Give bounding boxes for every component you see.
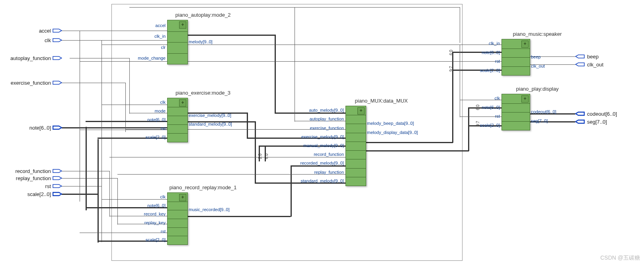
block-title-autoplay: piano_autoplay:mode_2 [151, 12, 255, 18]
port-display-in-3: scale[2..0] [480, 123, 500, 128]
block-title-display: piano_play:display [486, 86, 589, 92]
output-label-beep: beep [587, 54, 599, 60]
port-record-in-5: scale[2..0] [146, 237, 166, 242]
input-pin-rst[interactable] [53, 183, 62, 189]
expand-icon[interactable]: + [357, 107, 365, 115]
expand-icon[interactable]: + [521, 95, 529, 103]
input-label-accel: accel [3, 28, 51, 34]
svg-marker-5 [53, 169, 62, 173]
watermark: CSDN @五碳糖 [600, 254, 640, 262]
port-mux-out-1: melody_display_data[9..0] [367, 130, 418, 135]
port-display-out-0: codeout[6..0] [531, 109, 556, 114]
block-speaker[interactable]: + [502, 39, 530, 76]
block-record[interactable]: + [167, 192, 188, 245]
svg-marker-3 [53, 81, 62, 84]
port-mux-in-7: replay_function [314, 170, 344, 175]
port-speaker-out-1: clk_out [531, 64, 545, 68]
port-speaker-in-3: scale[2..0] [480, 68, 500, 73]
input-label-clk: clk [3, 37, 51, 43]
svg-marker-6 [53, 177, 62, 180]
block-title-record: piano_record_replay:mode_1 [151, 184, 255, 190]
block-mux[interactable]: + [345, 106, 366, 186]
output-label-clk_out: clk_out [587, 62, 603, 68]
port-mux-in-8: standard_melody[9..0] [301, 179, 344, 183]
port-speaker-in-1: note[6..0] [482, 50, 500, 55]
port-autoplay-out-0: melody[9..0] [189, 39, 213, 44]
svg-marker-2 [53, 56, 62, 60]
input-label-exercise_function: exercise_function [3, 80, 51, 86]
port-mux-in-5: record_function [314, 152, 344, 157]
port-autoplay-in-1: clk_in [154, 34, 166, 39]
port-speaker-out-0: beep [531, 54, 541, 59]
input-pin-scale20[interactable] [53, 191, 62, 197]
port-speaker-in-2: rst [495, 59, 500, 64]
expand-icon[interactable]: + [521, 41, 529, 48]
port-mux-in-3: exercise_melody[9..0] [301, 134, 344, 139]
svg-marker-7 [53, 184, 62, 188]
input-pin-exercise_function[interactable] [53, 80, 62, 85]
input-pin-note60[interactable] [53, 125, 62, 130]
input-label-record_function: record_function [3, 168, 51, 174]
input-label-note60: note[6..0] [3, 125, 51, 131]
svg-marker-12 [576, 120, 584, 123]
port-record-in-1: note[6..0] [147, 203, 166, 208]
port-record-in-2: record_key [144, 212, 166, 216]
svg-marker-1 [53, 39, 62, 42]
input-pin-record_function[interactable] [53, 168, 62, 174]
port-autoplay-in-0: accel [155, 23, 166, 28]
port-autoplay-in-3: mode_change [138, 56, 166, 60]
svg-marker-11 [576, 112, 584, 115]
block-autoplay[interactable]: + [167, 20, 188, 64]
port-record-in-3: replay_key [144, 220, 166, 225]
input-label-rst: rst [3, 183, 51, 189]
input-label-replay_function: replay_function [3, 175, 51, 181]
port-mux-in-0: auto_melody[9..0] [309, 108, 344, 113]
output-pin-beep[interactable] [575, 54, 585, 59]
port-mux-in-2: exercise_function [310, 126, 344, 130]
port-exercise-in-1: mode [154, 109, 166, 113]
input-label-scale20: scale[2..0] [3, 191, 51, 197]
input-pin-autoplay_function[interactable] [53, 55, 62, 61]
input-pin-replay_function[interactable] [53, 175, 62, 181]
output-label-codeout60: codeout[6..0] [587, 111, 617, 117]
port-display-out-1: seg[7..0] [531, 118, 548, 123]
bus-label-3: 9:7 [449, 66, 453, 72]
port-mux-in-6: recorded_melody[9..0] [301, 161, 344, 165]
port-speaker-in-0: clk_in [489, 41, 500, 46]
port-display-in-0: clk [495, 96, 500, 101]
svg-marker-4 [53, 126, 62, 129]
expand-icon[interactable]: + [179, 99, 186, 107]
port-exercise-in-3: rst [161, 126, 166, 131]
expand-icon[interactable]: + [179, 21, 186, 29]
port-exercise-out-1: standard_melody[9..0] [189, 122, 232, 126]
svg-marker-10 [576, 63, 584, 66]
output-label-seg70: seg[7..0] [587, 119, 607, 125]
input-pin-accel[interactable] [53, 28, 62, 33]
bus-label-0: 2:0 [258, 153, 262, 159]
block-exercise[interactable]: + [167, 98, 188, 142]
expand-icon[interactable]: + [179, 194, 186, 201]
port-exercise-in-0: clk [160, 100, 166, 105]
bus-label-5: 9:7 [476, 121, 480, 126]
port-exercise-out-0: exercise_melody[9..0] [189, 113, 231, 118]
output-pin-seg70[interactable] [575, 119, 585, 124]
port-mux-in-4: manual_melody[9..0] [303, 143, 344, 148]
block-display[interactable]: + [502, 94, 530, 130]
port-mux-in-1: autoplay_function [310, 116, 344, 121]
bus-label-4: 6:0 [476, 105, 480, 110]
svg-marker-8 [53, 192, 62, 196]
bus-label-1: 6:0 [264, 153, 269, 159]
port-record-out-0: music_recorded[9..0] [189, 207, 230, 212]
port-record-in-0: clk [160, 194, 166, 199]
port-exercise-in-4: scale[2..0] [146, 135, 166, 140]
block-title-mux: piano_MUX:data_MUX [330, 98, 433, 104]
block-title-exercise: piano_exercise:mode_3 [151, 90, 255, 96]
port-mux-out-0: melody_beep_data[9..0] [367, 121, 414, 126]
port-autoplay-in-2: clr [161, 45, 166, 50]
output-pin-clk_out[interactable] [575, 62, 585, 67]
svg-marker-0 [53, 29, 62, 32]
input-pin-clk[interactable] [53, 37, 62, 43]
port-display-in-2: rst [495, 114, 500, 118]
port-record-in-4: rst [161, 229, 166, 234]
output-pin-codeout60[interactable] [575, 111, 585, 116]
